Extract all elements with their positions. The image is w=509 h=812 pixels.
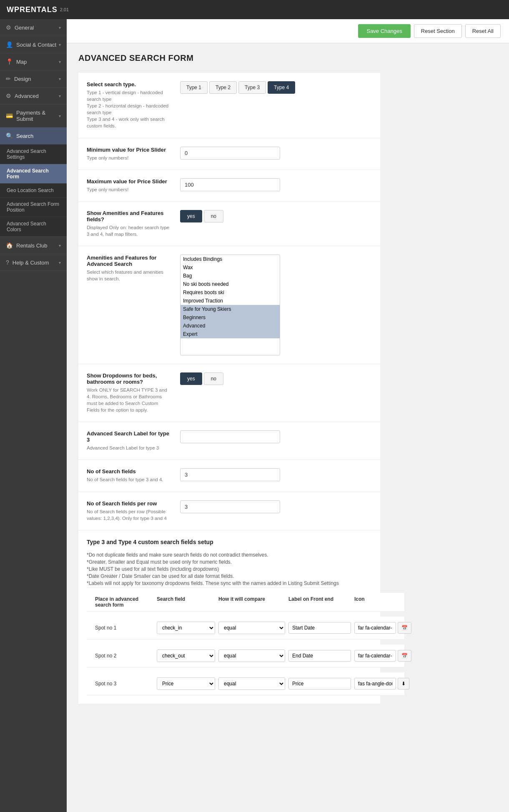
note-5: *Labels will not apply for taxonomy drop… <box>87 580 339 586</box>
chevron-down-icon: ▾ <box>59 260 61 265</box>
type-button-group: Type 1 Type 2 Type 3 Type 4 <box>180 81 372 94</box>
sidebar: ⚙ General ▾ 👤 Social & Contact ▾ 📍 Map ▾… <box>0 19 67 812</box>
spot2-front-label-input[interactable] <box>288 650 351 662</box>
spot3-front-label-input[interactable] <box>288 678 351 690</box>
amenities-no-button[interactable]: no <box>204 210 223 222</box>
sidebar-item-general[interactable]: ⚙ General ▾ <box>0 19 67 36</box>
section-search-type: Select search type. Type 1 - vertical de… <box>78 73 380 138</box>
sidebar-item-map[interactable]: 📍 Map ▾ <box>0 53 67 70</box>
sidebar-item-rentals-club[interactable]: 🏠 Rentals Club ▾ <box>0 237 67 254</box>
max-price-input[interactable] <box>180 178 280 191</box>
amenity-no-ski-boots[interactable]: No ski boots needed <box>181 280 280 288</box>
sidebar-item-payments[interactable]: 💳 Payments & Submit ▾ <box>0 105 67 127</box>
show-amenities-label: Show Amenities and Features fields? <box>87 210 170 222</box>
amenity-bag[interactable]: Bag <box>181 272 280 280</box>
chevron-down-icon: ▾ <box>59 60 61 64</box>
type4-button[interactable]: Type 4 <box>268 81 295 94</box>
amenity-requires-boots[interactable]: Requires boots ski <box>181 288 280 297</box>
type2-button[interactable]: Type 2 <box>209 81 237 94</box>
sidebar-sub-search-colors[interactable]: Advanced Search Colors <box>0 217 67 237</box>
sidebar-item-design[interactable]: ✏ Design ▾ <box>0 70 67 87</box>
sidebar-item-social[interactable]: 👤 Social & Contact ▾ <box>0 36 67 53</box>
note-3: *Like MUST be used for all text fields (… <box>87 566 339 572</box>
spot1-search-field-select[interactable]: check_in check_out Price <box>157 622 215 634</box>
app-header: WPRENTALS 2.01 <box>0 0 509 19</box>
save-changes-button[interactable]: Save Changes <box>358 24 410 38</box>
fields-per-row-label: No of Search fields per row <box>87 500 170 507</box>
amenity-wax[interactable]: Wax <box>181 263 280 272</box>
section-adv-label-type3: Advanced Search Label for type 3 Advance… <box>78 422 380 460</box>
sidebar-item-advanced[interactable]: ⚙ Advanced ▾ <box>0 87 67 105</box>
fields-per-row-input[interactable] <box>180 500 280 513</box>
spot3-icon-picker-button[interactable]: ⬇ <box>398 678 409 690</box>
sidebar-label-help: Help & Custom <box>13 260 49 266</box>
spot3-icon-text-input[interactable] <box>354 678 396 690</box>
spot2-icon-text-input[interactable] <box>354 650 396 662</box>
section-show-dropdowns: Show Dropdowns for beds, bathrooms or ro… <box>78 364 380 422</box>
chevron-down-icon: ▾ <box>59 77 61 81</box>
no-search-fields-label: No of Search fields <box>87 468 170 475</box>
fields-per-row-control <box>180 500 372 513</box>
section-show-amenities: Show Amenities and Features fields? Disp… <box>78 202 380 246</box>
type1-button[interactable]: Type 1 <box>180 81 208 94</box>
amenity-improved-traction[interactable]: Improved Traction <box>181 297 280 305</box>
amenity-includes-bindings[interactable]: Includes Bindings <box>181 255 280 263</box>
sidebar-sub-geo-location[interactable]: Geo Location Search <box>0 184 67 197</box>
sidebar-item-search[interactable]: 🔍 Search <box>0 127 67 145</box>
spot2-icon-picker-button[interactable]: 📅 <box>398 650 411 662</box>
sidebar-item-help[interactable]: ? Help & Custom ▾ <box>0 254 67 271</box>
no-search-fields-input[interactable] <box>180 468 280 481</box>
no-search-fields-desc: No of Search fields for type 3 and 4. <box>87 476 170 483</box>
chevron-down-icon: ▾ <box>59 114 61 118</box>
spot3-compare-select[interactable]: equal greater smaller <box>218 677 285 690</box>
sidebar-sub-advanced-search-settings[interactable]: Advanced Search Settings <box>0 145 67 164</box>
show-dropdowns-desc: Work ONLY for SEARCH TYPE 3 and 4. Rooms… <box>87 387 170 413</box>
adv-label-type3-input[interactable] <box>180 430 280 443</box>
amenity-advanced[interactable]: Advanced <box>181 322 280 330</box>
spot1-front-label-input[interactable] <box>288 622 351 634</box>
social-icon: 👤 <box>6 41 13 48</box>
show-dropdowns-label: Show Dropdowns for beds, bathrooms or ro… <box>87 372 170 385</box>
spot1-icon-picker-button[interactable]: 📅 <box>398 622 411 634</box>
max-price-desc: Type only numbers! <box>87 186 170 193</box>
spot3-search-field-select[interactable]: check_in check_out Price <box>157 677 215 690</box>
spot3-label: Spot no 3 <box>95 681 153 687</box>
amenity-expert[interactable]: Expert <box>181 330 280 338</box>
app-version: 2.01 <box>60 7 69 12</box>
chevron-down-icon: ▾ <box>59 42 61 47</box>
dropdowns-no-button[interactable]: no <box>204 372 223 385</box>
spot1-label: Spot no 1 <box>95 625 153 631</box>
col-place: Place in advanced search form <box>95 596 153 608</box>
spot1-icon-text-input[interactable] <box>354 622 396 634</box>
section-no-search-fields: No of Search fields No of Search fields … <box>78 460 380 492</box>
main-content: Save Changes Reset Section Reset All ADV… <box>67 19 509 812</box>
sidebar-label-general: General <box>15 25 34 31</box>
amenities-multiselect[interactable]: Includes Bindings Wax Bag No ski boots n… <box>180 255 280 355</box>
page-title: ADVANCED SEARCH FORM <box>78 53 380 63</box>
advanced-icon: ⚙ <box>6 92 11 99</box>
amenity-safe-young[interactable]: Safe for Young Skiers <box>181 305 280 313</box>
reset-section-button[interactable]: Reset Section <box>414 24 462 38</box>
dropdowns-yes-button[interactable]: yes <box>180 372 202 385</box>
note-4: *Date Greater / Date Smaller can be used… <box>87 573 339 579</box>
min-price-input[interactable] <box>180 147 280 160</box>
spot2-search-field-select[interactable]: check_in check_out Price <box>157 650 215 662</box>
dropdowns-yes-no-group: yes no <box>180 372 372 385</box>
sidebar-sub-advanced-search-form[interactable]: Advanced Search Form <box>0 164 67 184</box>
app-logo: WPRENTALS <box>7 5 58 14</box>
amenities-yes-button[interactable]: yes <box>180 210 202 222</box>
sidebar-sub-form-position[interactable]: Advanced Search Form Position <box>0 197 67 217</box>
amenity-beginners[interactable]: Beginners <box>181 313 280 322</box>
spot2-compare-select[interactable]: equal greater smaller <box>218 650 285 662</box>
spot-row-2: Spot no 2 check_in check_out Price equal… <box>87 645 404 667</box>
search-type-label: Select search type. <box>87 81 170 87</box>
col-search-field: Search field <box>157 596 215 608</box>
design-icon: ✏ <box>6 75 11 82</box>
reset-all-button[interactable]: Reset All <box>465 24 501 38</box>
spot-row-3: Spot no 3 check_in check_out Price equal… <box>87 672 404 695</box>
spot1-compare-select[interactable]: equal greater smaller <box>218 622 285 634</box>
adv-label-type3-label: Advanced Search Label for type 3 <box>87 430 170 443</box>
type3-button[interactable]: Type 3 <box>238 81 266 94</box>
show-dropdowns-control: yes no <box>180 372 372 385</box>
col-icon: Icon <box>354 596 396 608</box>
